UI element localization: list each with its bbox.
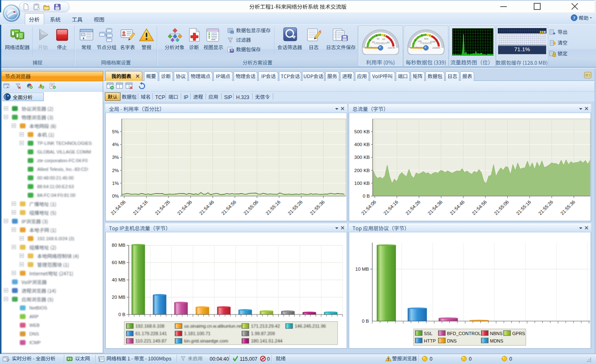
svg-text:21:55:36: 21:55:36: [560, 199, 576, 216]
svg-text:NBNS: NBNS: [490, 331, 503, 336]
svg-text:1%: 1%: [112, 181, 119, 186]
svg-text:21:54:56: 21:54:56: [471, 199, 487, 216]
svg-text:21:54:16: 21:54:16: [383, 199, 399, 216]
svg-text:2%: 2%: [112, 168, 119, 173]
svg-text:40: 40: [376, 38, 379, 40]
svg-text:21:55:26: 21:55:26: [287, 199, 303, 216]
svg-text:0%: 0%: [112, 194, 119, 199]
svg-text:180.141.51.244: 180.141.51.244: [251, 338, 282, 343]
svg-text:21:55:06: 21:55:06: [243, 199, 259, 216]
svg-text:200 KB: 200 KB: [354, 168, 370, 173]
svg-text:40 MB: 40 MB: [112, 277, 126, 282]
svg-text:400 KB: 400 KB: [354, 142, 370, 147]
svg-text:20 MB: 20 MB: [112, 295, 126, 300]
svg-text:21:54:26: 21:54:26: [154, 199, 170, 216]
svg-text:21:54:36: 21:54:36: [176, 199, 193, 216]
svg-text:71.1%: 71.1%: [514, 46, 530, 52]
svg-text:300 KB: 300 KB: [354, 155, 370, 160]
svg-text:Utilization: Utilization: [374, 42, 387, 45]
svg-text:21:54:06: 21:54:06: [360, 199, 377, 216]
svg-text:21:55:16: 21:55:16: [265, 199, 281, 216]
svg-text:SSL: SSL: [424, 331, 433, 336]
svg-text:100 KB: 100 KB: [354, 181, 370, 186]
svg-text:21:54:56: 21:54:56: [220, 199, 237, 216]
svg-text:21:54:06: 21:54:06: [110, 199, 126, 216]
svg-text:21:54:16: 21:54:16: [132, 199, 149, 216]
svg-text:80: 80: [387, 41, 390, 44]
svg-text:61.179.228.141: 61.179.228.141: [135, 331, 167, 336]
svg-text:MDNS: MDNS: [490, 338, 503, 343]
svg-text:171.213.29.42: 171.213.29.42: [251, 324, 280, 329]
svg-text:BFD_CONTROL: BFD_CONTROL: [447, 331, 481, 336]
svg-text:21:54:36: 21:54:36: [427, 199, 443, 216]
svg-text:21:54:26: 21:54:26: [404, 199, 421, 216]
svg-text:3%: 3%: [112, 155, 119, 160]
svg-text:110.221.149.87: 110.221.149.87: [135, 338, 167, 343]
svg-text:4%: 4%: [112, 142, 119, 147]
svg-text:1.181.100.71: 1.181.100.71: [184, 331, 210, 336]
svg-text:500 KB: 500 KB: [354, 129, 370, 134]
svg-text:21:55:36: 21:55:36: [309, 199, 326, 216]
svg-text:kin.grid.sinaedge.com: kin.grid.sinaedge.com: [184, 338, 228, 343]
svg-text:?: ?: [573, 15, 575, 20]
svg-text:50K: 50K: [424, 38, 428, 40]
svg-text:Packet/s: Packet/s: [421, 42, 432, 45]
svg-text:21:54:46: 21:54:46: [199, 199, 215, 216]
svg-text:1.99.87.209: 1.99.87.209: [251, 331, 275, 336]
svg-text:0 B: 0 B: [363, 194, 370, 199]
svg-text:us.sinaimg.cn.w.alikunlun.net: us.sinaimg.cn.w.alikunlun.net: [184, 324, 243, 329]
svg-text:0 B: 0 B: [118, 312, 126, 317]
svg-text:21:55:26: 21:55:26: [537, 199, 554, 216]
svg-text:60 MB: 60 MB: [112, 260, 126, 265]
svg-text:10 MB: 10 MB: [355, 267, 369, 272]
svg-text:21:54:46: 21:54:46: [449, 199, 466, 216]
svg-text:200K: 200K: [432, 47, 438, 49]
svg-text:GPRS: GPRS: [512, 331, 525, 336]
svg-text:60: 60: [382, 38, 385, 40]
svg-text:5%: 5%: [112, 129, 119, 134]
svg-text:21:55:06: 21:55:06: [493, 199, 510, 216]
svg-text:0 B: 0 B: [362, 319, 369, 324]
svg-text:DNS: DNS: [447, 338, 456, 343]
svg-text:21:55:16: 21:55:16: [515, 199, 532, 216]
svg-text:100: 100: [388, 47, 392, 49]
svg-text:80 MB: 80 MB: [112, 243, 126, 248]
svg-text:HTTP: HTTP: [424, 338, 436, 343]
svg-text:146.245.211.96: 146.245.211.96: [295, 324, 326, 329]
svg-text:192.168.6.108: 192.168.6.108: [135, 324, 164, 329]
